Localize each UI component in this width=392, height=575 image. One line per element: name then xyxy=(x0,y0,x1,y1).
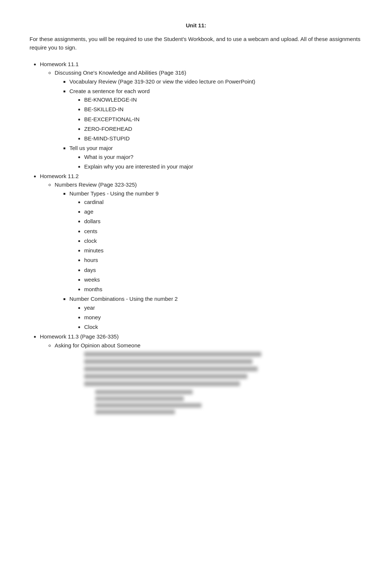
homework-11-3-label: Homework 11.3 (Page 326-335) xyxy=(40,333,118,340)
sentence-words: BE-KNOWLEDGE-IN BE-SKILLED-IN BE-EXCEPTI… xyxy=(84,95,362,143)
list-item: year xyxy=(84,303,362,312)
list-item: Tell us your major What is your major? E… xyxy=(69,144,362,171)
hw11-2-items: Number Types - Using the number 9 cardin… xyxy=(69,189,362,331)
hw11-1-section-title: Discussing One's Knowledge and Abilities… xyxy=(55,69,186,76)
list-item: BE-SKILLED-IN xyxy=(84,105,362,113)
intro-paragraph: For these assignments, you will be requi… xyxy=(30,35,362,52)
list-item: Explain why you are interested in your m… xyxy=(84,162,362,171)
number-combos-label: Number Combinations - Using the number 2 xyxy=(69,296,178,302)
list-item: BE-EXCEPTIONAL-IN xyxy=(84,115,362,123)
list-item: Number Types - Using the number 9 cardin… xyxy=(69,189,362,294)
hw11-3-section-title: Asking for Opinion about Someone xyxy=(55,342,141,348)
tell-major-label: Tell us your major xyxy=(69,145,113,151)
homework-list: Homework 11.1 Discussing One's Knowledge… xyxy=(40,60,362,414)
homework-11-1-label: Homework 11.1 xyxy=(40,61,79,67)
vocab-review-label: Vocabulary Review (Page 319-320 or view … xyxy=(69,78,255,85)
list-item: minutes xyxy=(84,246,362,255)
hw11-2-section-title: Numbers Review (Page 323-325) xyxy=(55,181,137,188)
list-item: Create a sentence for each word BE-KNOWL… xyxy=(69,87,362,143)
list-item: cents xyxy=(84,227,362,235)
hw11-2-sections: Numbers Review (Page 323-325) Number Typ… xyxy=(55,180,362,331)
list-item: Vocabulary Review (Page 319-320 or view … xyxy=(69,77,362,86)
list-item: Homework 11.2 Numbers Review (Page 323-3… xyxy=(40,172,362,331)
list-item: Numbers Review (Page 323-325) Number Typ… xyxy=(55,180,362,331)
create-sentence-label: Create a sentence for each word xyxy=(69,88,150,94)
list-item: money xyxy=(84,313,362,321)
number-types-label: Number Types - Using the number 9 xyxy=(69,190,159,197)
blurred-content xyxy=(84,352,261,414)
list-item: clock xyxy=(84,237,362,245)
list-item: Clock xyxy=(84,323,362,331)
list-item: Number Combinations - Using the number 2… xyxy=(69,295,362,331)
number-combos-list: year money Clock xyxy=(84,303,362,331)
list-item: BE-KNOWLEDGE-IN xyxy=(84,95,362,104)
hw11-1-items: Vocabulary Review (Page 319-320 or view … xyxy=(69,77,362,171)
list-item: Discussing One's Knowledge and Abilities… xyxy=(55,68,362,171)
homework-11-2-label: Homework 11.2 xyxy=(40,173,79,179)
list-item: Homework 11.3 (Page 326-335) Asking for … xyxy=(40,332,362,414)
list-item: weeks xyxy=(84,275,362,284)
list-item: ZERO-FOREHEAD xyxy=(84,125,362,133)
list-item: age xyxy=(84,207,362,216)
page-title: Unit 11: xyxy=(30,22,362,28)
major-questions: What is your major? Explain why you are … xyxy=(84,153,362,171)
list-item: hours xyxy=(84,256,362,264)
list-item: dollars xyxy=(84,217,362,225)
list-item: Asking for Opinion about Someone xyxy=(55,341,362,414)
list-item: BE-MIND-STUPID xyxy=(84,134,362,143)
list-item: What is your major? xyxy=(84,153,362,161)
list-item: Homework 11.1 Discussing One's Knowledge… xyxy=(40,60,362,171)
hw11-3-sections: Asking for Opinion about Someone xyxy=(55,341,362,414)
number-types-list: cardinal age dollars cents clock minutes… xyxy=(84,198,362,294)
list-item: months xyxy=(84,285,362,293)
list-item: cardinal xyxy=(84,198,362,206)
hw11-1-sections: Discussing One's Knowledge and Abilities… xyxy=(55,68,362,171)
list-item: days xyxy=(84,266,362,274)
